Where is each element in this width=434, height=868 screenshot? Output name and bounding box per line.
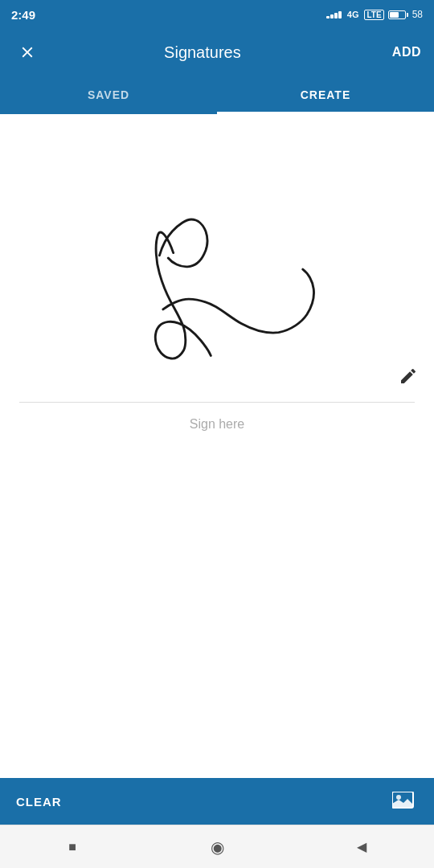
tab-bar: SAVED CREATE bbox=[0, 76, 434, 114]
back-button[interactable] bbox=[13, 38, 42, 67]
signature-svg bbox=[0, 114, 434, 402]
tab-saved[interactable]: SAVED bbox=[0, 76, 217, 114]
add-button[interactable]: ADD bbox=[392, 45, 421, 59]
edit-button[interactable] bbox=[394, 362, 423, 391]
gallery-button[interactable] bbox=[389, 787, 418, 816]
page-title: Signatures bbox=[42, 43, 363, 62]
lte-icon: LTE bbox=[364, 10, 383, 20]
app-bar: Signatures ADD bbox=[0, 29, 434, 76]
back-nav-button[interactable]: ◀ bbox=[344, 829, 379, 865]
tab-create[interactable]: CREATE bbox=[217, 76, 434, 114]
status-icons: 4G LTE 58 bbox=[326, 9, 423, 20]
bottom-toolbar: CLEAR bbox=[0, 778, 434, 825]
signature-area: Sign here bbox=[0, 114, 434, 778]
status-bar: 2:49 4G LTE 58 bbox=[0, 0, 434, 29]
home-button[interactable]: ◉ bbox=[199, 829, 235, 865]
sign-here-label: Sign here bbox=[0, 403, 434, 446]
svg-point-1 bbox=[396, 795, 401, 800]
stop-button[interactable]: ■ bbox=[55, 829, 90, 865]
clear-button[interactable]: CLEAR bbox=[16, 795, 62, 809]
gallery-icon bbox=[392, 792, 415, 811]
battery-percent: 58 bbox=[412, 9, 423, 20]
signal-icon bbox=[326, 11, 342, 18]
drawing-canvas[interactable]: Sign here bbox=[0, 114, 434, 446]
status-time: 2:49 bbox=[11, 8, 35, 22]
network-icon: 4G bbox=[347, 10, 359, 19]
nav-bar: ■ ◉ ◀ bbox=[0, 825, 434, 868]
signature-drawing[interactable] bbox=[0, 114, 434, 402]
battery-icon bbox=[388, 10, 408, 19]
lower-space bbox=[0, 446, 434, 778]
